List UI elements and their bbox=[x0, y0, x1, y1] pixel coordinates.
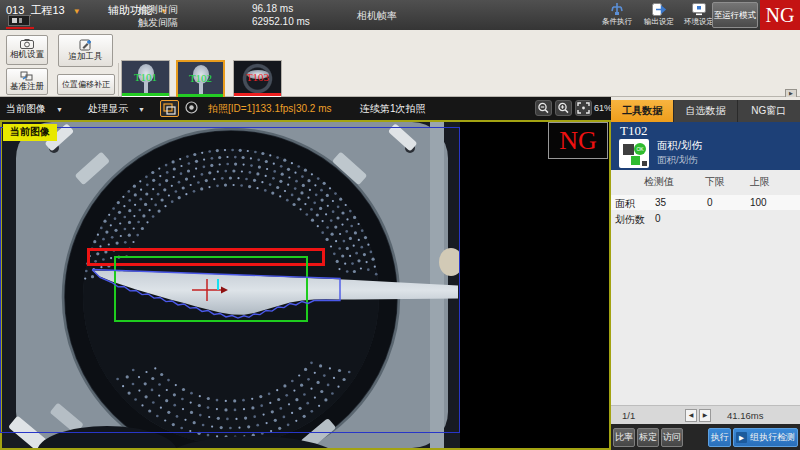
tool-id: T101 bbox=[122, 61, 169, 93]
fit-screen-icon bbox=[576, 101, 591, 115]
group-execute-label: 组执行检测 bbox=[750, 431, 795, 444]
zoom-out-icon bbox=[536, 101, 551, 115]
crosshair-marker bbox=[192, 279, 228, 301]
table-row bbox=[611, 195, 800, 210]
camera-fps-label: 相机帧率 bbox=[357, 9, 397, 23]
col-header-high: 上限 bbox=[750, 175, 770, 189]
data-tabs: 工具数据 自选数据 NG窗口 bbox=[611, 100, 800, 122]
row-low: 0 bbox=[707, 197, 713, 208]
camera-icon bbox=[20, 39, 34, 49]
image-viewer[interactable]: 当前图像 NG bbox=[0, 120, 611, 450]
pen-plus-icon bbox=[79, 39, 92, 51]
output-arrow-icon bbox=[651, 2, 667, 17]
display-mode-label: 处理显示 bbox=[88, 103, 128, 114]
result-pagination: 1/1 ◀ ▶ 41.16ms bbox=[611, 405, 800, 424]
access-button[interactable]: 访问 bbox=[661, 428, 683, 447]
tool-thumbnail: T101 bbox=[122, 61, 169, 93]
camera-status-underline bbox=[6, 27, 34, 29]
capture-info: 拍照[ID=1]133.1fps|30.2 ms bbox=[208, 102, 332, 116]
image-toolbar: 当前图像▼ 处理显示▼ 拍照[ID=1]133.1fps|30.2 ms 连续第… bbox=[0, 97, 611, 120]
current-image-select[interactable]: 当前图像▼ bbox=[6, 102, 63, 116]
current-image-label: 当前图像 bbox=[6, 103, 46, 114]
detect-time-value: 96.18 ms bbox=[252, 3, 293, 14]
svg-text:OK: OK bbox=[636, 146, 644, 152]
tool-thumbnail: T103 bbox=[234, 61, 281, 93]
exec-time: 41.16ms bbox=[727, 410, 763, 421]
page-indicator: 1/1 bbox=[622, 410, 635, 421]
position-offset-label: 位置偏移补正 bbox=[62, 79, 110, 90]
position-offset-button[interactable]: 位置偏移补正 bbox=[57, 74, 115, 95]
overlay-display-toggle[interactable] bbox=[160, 100, 179, 117]
camera-settings-label: 相机设置 bbox=[10, 49, 44, 61]
tool-thumbnail: T102 bbox=[178, 62, 223, 94]
trigger-interval-label: 触发间隔 bbox=[138, 16, 178, 30]
selected-tool-id: T102 bbox=[620, 123, 647, 139]
ratio-button[interactable]: 比率 bbox=[613, 428, 635, 447]
next-page-button[interactable]: ▶ bbox=[699, 409, 711, 422]
tool-type-icon: OK bbox=[619, 139, 649, 168]
tab-ng-window[interactable]: NG窗口 bbox=[737, 100, 800, 122]
camera-view-button[interactable] bbox=[183, 100, 202, 117]
layers-icon bbox=[161, 101, 178, 116]
reference-icon bbox=[20, 71, 34, 81]
camera-icon bbox=[183, 100, 200, 115]
selected-tool-subname: 面积/划伤 bbox=[657, 154, 698, 167]
add-tool-button[interactable]: 追加工具 bbox=[58, 34, 113, 67]
clamp-icon bbox=[609, 2, 625, 17]
vision-inspection-app: 013_工程13▼ 辅助功能▼ 检测时间 触发间隔 96.18 ms 62952… bbox=[0, 0, 800, 450]
add-tool-label: 追加工具 bbox=[69, 51, 103, 63]
display-mode-select[interactable]: 处理显示▼ bbox=[88, 102, 145, 116]
tab-custom-data[interactable]: 自选数据 bbox=[673, 100, 736, 122]
fit-view-button[interactable] bbox=[575, 100, 592, 116]
result-ng-text: NG bbox=[559, 126, 597, 156]
current-image-tag: 当前图像 bbox=[3, 124, 57, 141]
reference-register-button[interactable]: 基准注册 bbox=[6, 68, 48, 95]
execute-button[interactable]: 执行 bbox=[708, 428, 731, 447]
tool-id: T103 bbox=[234, 61, 281, 93]
col-header-low: 下限 bbox=[705, 175, 725, 189]
zoom-in-icon bbox=[556, 101, 571, 115]
contour-overlay bbox=[2, 122, 460, 448]
calibrate-button[interactable]: 标定 bbox=[637, 428, 659, 447]
tools-row: 相机设置 基准注册 追加工具 位置偏移补正 T10 bbox=[0, 30, 800, 97]
chevron-down-icon: ▼ bbox=[56, 106, 63, 113]
group-execute-button[interactable]: ▶ 组执行检测 bbox=[733, 428, 798, 447]
condition-exec-label: 条件执行 bbox=[598, 17, 636, 27]
result-ng-box: NG bbox=[548, 122, 608, 159]
play-icon: ▶ bbox=[736, 432, 747, 443]
prev-page-button[interactable]: ◀ bbox=[685, 409, 697, 422]
col-header-value: 检测值 bbox=[644, 175, 674, 189]
action-bar: 比率 标定 访问 执行 ▶ 组执行检测 bbox=[611, 424, 800, 450]
row-label: 划伤数 bbox=[615, 213, 645, 227]
output-settings-label: 输出设定 bbox=[640, 17, 678, 27]
row-value: 35 bbox=[655, 197, 666, 208]
chevron-down-icon: ▼ bbox=[138, 106, 145, 113]
tool-id: T102 bbox=[178, 62, 223, 94]
chevron-down-icon: ▼ bbox=[73, 7, 81, 16]
trigger-interval-value: 62952.10 ms bbox=[252, 16, 310, 27]
zoom-out-button[interactable] bbox=[535, 100, 552, 116]
tab-tool-data[interactable]: 工具数据 bbox=[611, 100, 673, 122]
run-mode-button[interactable]: 至运行模式 bbox=[712, 2, 758, 28]
row-high: 100 bbox=[750, 197, 767, 208]
selected-tool-name: 面积/划伤 bbox=[657, 139, 702, 153]
top-bar: 013_工程13▼ 辅助功能▼ 检测时间 触发间隔 96.18 ms 62952… bbox=[0, 0, 800, 30]
row-label: 面积 bbox=[615, 197, 635, 211]
detect-time-label: 检测时间 bbox=[138, 3, 178, 17]
condition-exec-button[interactable]: 条件执行 bbox=[598, 2, 636, 28]
capture-status: 连续第1次拍照 bbox=[360, 102, 426, 116]
camera-settings-button[interactable]: 相机设置 bbox=[6, 35, 48, 65]
zoom-level: 61% bbox=[594, 103, 612, 113]
reference-register-label: 基准注册 bbox=[10, 81, 44, 93]
camera-select-icon[interactable] bbox=[8, 15, 30, 26]
monitor-icon bbox=[691, 2, 707, 17]
right-panel: 工具数据 自选数据 NG窗口 T102 OK 面积/划伤 面积/划伤 检测值 下… bbox=[611, 97, 800, 450]
global-ng-badge: NG bbox=[760, 0, 800, 30]
zoom-in-button[interactable] bbox=[555, 100, 572, 116]
row-value: 0 bbox=[655, 213, 661, 224]
selected-tool-header: T102 OK 面积/划伤 面积/划伤 bbox=[611, 122, 800, 170]
output-settings-button[interactable]: 输出设定 bbox=[640, 2, 678, 28]
